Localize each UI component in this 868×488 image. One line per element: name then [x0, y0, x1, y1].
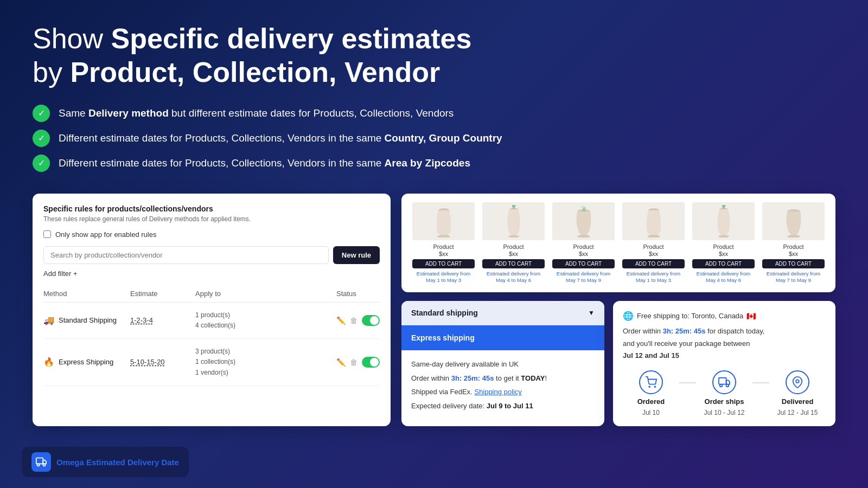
method-cell-standard: 🚚 Standard Shipping — [43, 315, 130, 326]
svg-point-27 — [37, 464, 40, 466]
express-shipping-row[interactable]: Express shipping — [401, 325, 604, 350]
delete-icon-express[interactable]: 🗑 — [350, 358, 358, 367]
detail-line-4: Expected delivery date: Jul 9 to Jul 11 — [411, 401, 595, 412]
estimate-cell-standard: 1-2-3-4 — [130, 316, 195, 324]
standard-shipping-icon: 🚚 — [43, 315, 54, 326]
enabled-rules-checkbox[interactable] — [43, 230, 51, 238]
bullet-item-2: ✓ Different estimate dates for Products,… — [33, 130, 835, 147]
svg-point-1 — [437, 235, 450, 237]
check-icon-2: ✓ — [33, 130, 50, 147]
detail-line-2: Order within 3h: 25m: 45s to get it TODA… — [411, 373, 595, 384]
delivery-steps: Ordered Jul 10 Order ships — [623, 370, 826, 416]
product-name-0: Product — [433, 243, 454, 250]
shipping-section: Standard shipping ▼ Express shipping Sam… — [401, 301, 835, 426]
add-to-cart-1[interactable]: ADD TO CART — [482, 259, 545, 268]
actions-cell-standard: ✏️ 🗑 — [336, 315, 380, 326]
product-card-2: Product $xx ADD TO CART Estimated delive… — [552, 202, 615, 284]
delivered-date: Jul 12 - Jul 15 — [777, 409, 818, 416]
delete-icon-standard[interactable]: 🗑 — [350, 316, 358, 325]
toggle-standard[interactable] — [362, 315, 380, 326]
add-to-cart-2[interactable]: ADD TO CART — [552, 259, 615, 268]
info-body: Order within 3h: 25m: 45s for dispatch t… — [623, 325, 826, 361]
svg-point-7 — [577, 235, 590, 237]
product-price-4: $xx — [719, 251, 728, 257]
table-header: Method Estimate Apply to Status — [43, 285, 380, 303]
products-grid: Product $xx ADD TO CART Estimated delive… — [412, 202, 825, 284]
step-ships: Order ships Jul 10 - Jul 12 — [696, 370, 752, 416]
new-rule-button[interactable]: New rule — [333, 246, 380, 264]
bottom-section: Specific rules for products/collections/… — [0, 183, 868, 437]
delivered-icon — [786, 370, 809, 394]
shipping-details: Same-day delivery available in UK Order … — [401, 350, 604, 423]
estimate-cell-express: 5-10-15-20 — [130, 358, 195, 366]
estimated-delivery-5: Estimated delivery from May 7 to May 9 — [762, 271, 825, 284]
shipping-policy-link[interactable]: Shipping policy — [474, 388, 521, 396]
svg-point-17 — [722, 205, 725, 208]
svg-point-10 — [581, 206, 584, 208]
product-name-3: Product — [643, 243, 664, 250]
product-price-3: $xx — [649, 251, 658, 257]
footer-brand: Omega Estimated Delivery Date — [22, 447, 189, 477]
add-to-cart-3[interactable]: ADD TO CART — [622, 259, 685, 268]
product-image-3 — [622, 202, 685, 240]
edit-icon-standard[interactable]: ✏️ — [336, 316, 346, 325]
product-card-5: Product $xx ADD TO CART Estimated delive… — [762, 202, 825, 284]
product-card-4: Product $xx ADD TO CART Estimated delive… — [692, 202, 755, 284]
ordered-date: Jul 10 — [642, 409, 660, 416]
product-name-5: Product — [783, 243, 804, 250]
info-card: 🌐 Free shipping to: Toronto, Canada 🇨🇦 O… — [613, 301, 835, 426]
product-price-0: $xx — [439, 251, 448, 257]
product-name-4: Product — [713, 243, 734, 250]
header-section: Show Specific delivery estimates by Prod… — [0, 0, 868, 183]
left-panel: Specific rules for products/collections/… — [33, 194, 391, 426]
svg-point-13 — [647, 235, 660, 237]
info-top: 🌐 Free shipping to: Toronto, Canada 🇨🇦 — [623, 311, 826, 321]
product-price-1: $xx — [509, 251, 518, 257]
checkbox-label: Only show app for enabled rules — [55, 230, 156, 239]
svg-point-3 — [508, 235, 519, 237]
feature-list: ✓ Same Delivery method but different est… — [33, 105, 835, 172]
main-title: Show Specific delivery estimates by Prod… — [33, 22, 835, 89]
express-shipping-label: Express shipping — [411, 333, 475, 342]
products-row: Product $xx ADD TO CART Estimated delive… — [401, 194, 835, 293]
add-to-cart-4[interactable]: ADD TO CART — [692, 259, 755, 268]
ordered-label: Ordered — [637, 397, 665, 406]
estimated-delivery-2: Estimated delivery from May 7 to May 9 — [552, 271, 615, 284]
step-divider-1 — [679, 382, 696, 383]
product-image-2 — [552, 202, 615, 240]
estimated-delivery-4: Estimated delivery from May 4 to May 6 — [692, 271, 755, 284]
apply-cell-express: 3 product(s) 1 collection(s) 1 vendor(s) — [195, 346, 336, 378]
add-to-cart-0[interactable]: ADD TO CART — [412, 259, 475, 268]
toggle-express[interactable] — [362, 357, 380, 368]
apply-cell-standard: 1 product(s) 4 collection(s) — [195, 310, 336, 331]
product-name-2: Product — [573, 243, 594, 250]
svg-rect-26 — [36, 458, 43, 464]
search-input[interactable] — [43, 246, 329, 264]
product-card-1: Product $xx ADD TO CART Estimated delive… — [482, 202, 545, 284]
product-name-1: Product — [503, 243, 524, 250]
panel-title: Specific rules for products/collections/… — [43, 204, 380, 213]
actions-cell-express: ✏️ 🗑 — [336, 357, 380, 368]
globe-icon: 🌐 — [623, 311, 634, 321]
svg-point-24 — [726, 384, 729, 387]
product-image-0 — [412, 202, 475, 240]
shipping-dropdown[interactable]: Standard shipping ▼ — [401, 301, 604, 325]
shipping-left-card: Standard shipping ▼ Express shipping Sam… — [401, 301, 604, 426]
step-delivered: Delivered Jul 12 - Jul 15 — [769, 370, 826, 416]
edit-icon-express[interactable]: ✏️ — [336, 358, 346, 367]
checkbox-row[interactable]: Only show app for enabled rules — [43, 230, 380, 239]
check-icon-1: ✓ — [33, 105, 50, 122]
table-row-express: 🔥 Express Shipping 5-10-15-20 3 product(… — [43, 339, 380, 386]
add-to-cart-5[interactable]: ADD TO CART — [762, 259, 825, 268]
step-divider-2 — [752, 382, 769, 383]
detail-line-3: Shipped via FedEx. Shipping policy — [411, 387, 595, 397]
product-image-1 — [482, 202, 545, 240]
brand-icon — [31, 452, 51, 472]
estimated-delivery-0: Estimated delivery from May 1 to May 3 — [412, 271, 475, 284]
product-card-3: Product $xx ADD TO CART Estimated delive… — [622, 202, 685, 284]
svg-point-19 — [787, 235, 800, 237]
right-panel: Product $xx ADD TO CART Estimated delive… — [401, 194, 835, 426]
product-image-5 — [762, 202, 825, 240]
brand-name: Omega Estimated Delivery Date — [56, 458, 179, 467]
add-filter[interactable]: Add filter + — [43, 269, 380, 278]
